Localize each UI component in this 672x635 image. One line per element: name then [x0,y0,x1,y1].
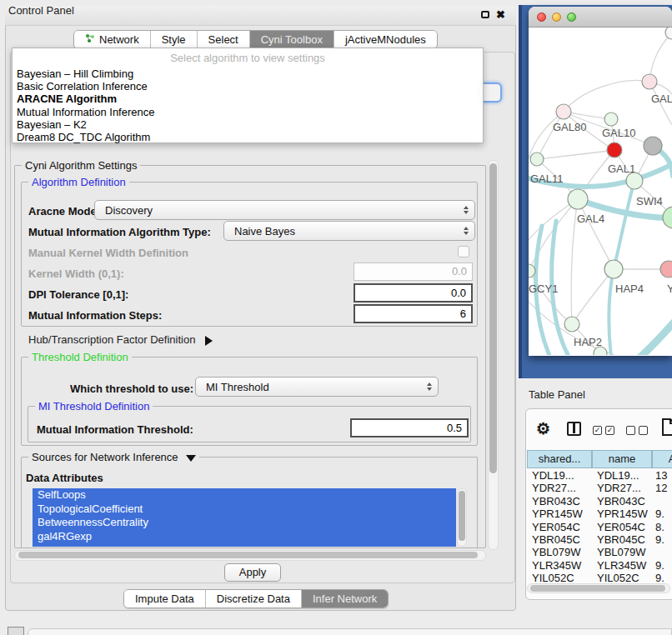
attribute-item[interactable]: SelfLoops [33,488,456,502]
table-cell: YBR043C [532,495,580,508]
minimize-window-icon[interactable] [552,12,561,22]
algorithm-option[interactable]: Basic Correlation Inference [13,80,483,92]
algorithm-option[interactable]: Bayesian – K2 [13,118,483,131]
table-cell: 8. [655,521,664,533]
scrollbar-thumb[interactable] [489,163,497,473]
table-cell: YDR27... [597,482,641,494]
table-row[interactable]: YLR345WYLR345W9. [527,559,672,572]
table-cell: YIL052C [597,572,639,584]
mi-threshold-label: Mutual Information Threshold: [37,423,193,436]
algorithm-option[interactable]: ARACNE Algorithm [13,92,483,105]
scrollbar-thumb[interactable] [459,491,465,541]
scrollbar-thumb[interactable] [530,585,665,592]
collapse-arrow-icon [205,336,213,346]
table-horizontal-scrollbar[interactable] [527,583,670,593]
hub-section-toggle[interactable]: Hub/Transcription Factor Definition [28,333,213,346]
tab-infer-network[interactable]: Infer Network [302,590,388,608]
tab-cyni-toolbox[interactable]: Cyni Toolbox [250,31,334,48]
attribute-item[interactable]: TopologicalCoefficient [33,502,456,517]
algorithm-option[interactable]: Dream8 DC_TDC Algorithm [13,131,483,143]
network-node[interactable] [663,207,672,228]
algorithm-option[interactable]: Mutual Information Inference [13,106,483,118]
network-canvas[interactable]: GALGAL80GAL10GAL1GAL11SWI4GAL4GCY1HAP4YH… [529,28,672,355]
mi-algorithm-type-select[interactable]: Naive Bayes [223,221,475,241]
tab-label: Infer Network [313,590,377,608]
attributes-list-scrollbar[interactable] [457,488,467,547]
network-node-gal[interactable] [642,74,657,89]
tab-jactivemnodules[interactable]: jActiveMNodules [334,31,437,48]
screen: Control Panel ✖ NetworkStyleSelectCyni T… [0,0,672,635]
dpi-tolerance-input[interactable]: 0.0 [354,283,473,302]
table-row[interactable]: YER054CYER054C8. [527,521,672,533]
zoom-window-icon[interactable] [567,12,576,22]
network-node-hap4[interactable] [604,260,623,278]
tab-label: jActiveMNodules [345,31,426,49]
network-node-gal4[interactable] [568,189,588,209]
deselect-checkbox-icon[interactable] [626,426,635,435]
minimized-panel-icon[interactable] [8,627,24,635]
algorithm-option[interactable]: Bayesian – Hill Climbing [13,68,483,80]
table-cell: YBL079W [597,546,646,558]
select-all-checkbox-icon[interactable]: ✓ [605,426,614,435]
table-row[interactable]: YDR27...YDR27...12 [527,482,672,494]
node-label: GAL4 [577,212,604,225]
network-node-gal80[interactable] [556,104,571,119]
control-panel-titlebar[interactable] [5,6,516,26]
tab-style[interactable]: Style [151,31,198,48]
network-node-gal11[interactable] [530,152,544,166]
algorithm-dropdown-prompt[interactable]: Select algorithm to view settings [13,48,483,68]
table-row[interactable]: YPR145WYPR145W9. [527,508,672,520]
node-label: GAL80 [553,121,586,133]
close-panel-icon[interactable]: ✖ [496,8,505,21]
new-file-icon[interactable] [661,418,672,437]
mi-algorithm-type-value: Naive Bayes [234,225,295,238]
network-node[interactable] [644,137,662,155]
mi-steps-input[interactable]: 6 [354,304,473,323]
kernel-width-input[interactable]: 0.0 [354,262,473,281]
settings-vertical-scrollbar[interactable] [488,160,499,550]
table-row[interactable]: YBR045CYBR045C9. [527,533,672,546]
table-cell: YIL052C [532,572,574,584]
table-header-name[interactable]: name [592,450,652,468]
float-panel-icon[interactable] [481,11,489,18]
settings-horizontal-scrollbar[interactable] [14,550,486,561]
table-cell: YDL19... [597,469,639,482]
network-edge-highlighted [638,321,672,355]
network-node-gal10[interactable] [604,112,618,126]
table-row[interactable]: YDL19...YDL19...13 [527,469,672,482]
attribute-item[interactable]: BetweennessCentrality [33,516,456,530]
gear-icon[interactable]: ⚙ [536,419,550,438]
close-window-icon[interactable] [537,12,546,22]
table-cell: YLR345W [532,559,581,572]
network-window-titlebar[interactable] [529,7,672,28]
manual-kernel-width-checkbox[interactable] [458,246,469,258]
table-row[interactable]: YBL079WYBL079W [527,546,672,558]
tab-select[interactable]: Select [198,31,250,48]
network-node[interactable] [665,28,672,39]
sources-group-title[interactable]: Sources for Network Inference [28,451,199,463]
mi-threshold-input[interactable]: 0.5 [350,418,469,438]
table-cell: YDR27... [532,482,576,494]
network-node[interactable] [594,347,607,355]
table-cell: YDL19... [532,469,574,482]
aracne-mode-select[interactable]: Discovery [94,200,475,220]
scrollbar-thumb[interactable] [18,552,478,558]
network-node-hap2[interactable] [564,317,579,332]
table-header-partial[interactable]: A [652,450,672,468]
which-threshold-select[interactable]: MI Threshold [195,377,439,397]
tab-discretize-data[interactable]: Discretize Data [206,590,302,608]
table-header-shared-name[interactable]: shared... [527,450,592,468]
columns-icon[interactable] [567,422,581,436]
deselect-checkbox-icon[interactable] [639,426,648,435]
table-panel-title: Table Panel [529,388,585,401]
tab-impute-data[interactable]: Impute Data [124,590,206,608]
apply-button[interactable]: Apply [224,563,281,582]
network-node-gal1[interactable] [607,142,622,158]
data-attributes-list[interactable]: SelfLoopsTopologicalCoefficientBetweenne… [33,488,456,547]
tab-network[interactable]: Network [74,31,151,48]
network-node-swi4[interactable] [626,172,643,189]
select-all-checkbox-icon[interactable]: ✓ [593,426,602,435]
table-row[interactable]: YBR043CYBR043C [527,495,672,508]
attribute-item[interactable]: gal4RGexp [33,530,456,544]
network-node-y[interactable] [660,261,672,278]
